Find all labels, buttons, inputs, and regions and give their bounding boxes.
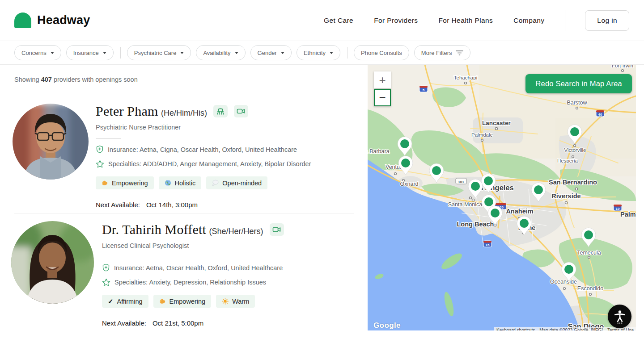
filter-divider xyxy=(347,47,347,59)
globe-icon xyxy=(165,180,171,186)
map-data-credit: Map data ©2023 Google, INEGI xyxy=(537,327,605,330)
top-nav: Headway Get Care For Providers For Healt… xyxy=(0,0,644,41)
insurance-text: Insurance: Aetna, Oscar Health, Oxford, … xyxy=(114,264,283,272)
tag-empowering: Empowering xyxy=(153,295,212,308)
filter-lines-icon xyxy=(456,50,463,56)
specialties-row: Specialties: ADD/ADHD, Anger Management,… xyxy=(96,160,311,168)
keyboard-shortcuts-link[interactable]: Keyboard shortcuts xyxy=(494,327,537,330)
filter-more-filters[interactable]: More Filters xyxy=(414,45,471,60)
svg-text:15: 15 xyxy=(486,243,490,247)
filter-label: Psychiatric Care xyxy=(134,50,177,56)
svg-text:Oxnard: Oxnard xyxy=(400,181,419,187)
redo-search-button[interactable]: Redo Search in Map Area xyxy=(525,74,632,93)
filter-concerns[interactable]: Concerns xyxy=(14,45,61,60)
provider-pronouns: (He/Him/His) xyxy=(161,109,207,117)
results-prefix: Showing xyxy=(14,76,41,83)
headway-logo-icon xyxy=(14,13,31,28)
nav-for-providers[interactable]: For Providers xyxy=(374,17,418,25)
headway-logo[interactable]: Headway xyxy=(14,13,90,28)
accessibility-button[interactable] xyxy=(608,305,631,328)
divider xyxy=(96,138,121,139)
svg-text:Santa Monica: Santa Monica xyxy=(448,201,482,208)
tag-label: Affirming xyxy=(117,298,143,305)
insurance-text: Insurance: Aetna, Cigna, Oscar Health, O… xyxy=(108,146,297,153)
svg-text:Anaheim: Anaheim xyxy=(506,208,533,215)
nav-get-care[interactable]: Get Care xyxy=(324,17,353,25)
next-available-row: Next Available: Oct 14th, 3:00pm xyxy=(96,201,311,209)
map-attribution: Keyboard shortcuts Map data ©2023 Google… xyxy=(494,327,636,330)
filter-psychiatric-care[interactable]: Psychiatric Care xyxy=(127,45,191,60)
nav-divider xyxy=(565,10,565,31)
svg-text:10: 10 xyxy=(616,207,620,211)
svg-text:Palm Springs: Palm Springs xyxy=(620,211,636,218)
provider-pronouns: (She/Her/Hers) xyxy=(209,227,263,236)
svg-text:Lancaster: Lancaster xyxy=(482,120,511,126)
tag-holistic: Holistic xyxy=(159,176,202,189)
check-mark-icon: ✓ xyxy=(108,297,114,305)
results-count-line: Showing 407 providers with openings soon xyxy=(14,76,138,83)
chevron-down-icon xyxy=(103,52,106,54)
provider-photo[interactable] xyxy=(11,221,94,304)
attribute-tags: ✓ Affirming Empowering xyxy=(102,295,284,308)
flex-arm-icon xyxy=(159,298,166,305)
map-canvas[interactable]: 5 40 15 10 605 101 Fort Irwin Tehachapi … xyxy=(368,65,636,330)
filter-ethnicity[interactable]: Ethnicity xyxy=(297,45,340,60)
svg-text:Tehachapi: Tehachapi xyxy=(454,75,477,80)
video-badge xyxy=(234,105,248,117)
star-icon xyxy=(102,278,110,286)
next-available-value: Oct 14th, 3:00pm xyxy=(146,201,198,209)
specialties-row: Specialties: Anxiety, Depression, Relati… xyxy=(102,278,284,286)
results-suffix: providers with openings soon xyxy=(52,76,138,83)
divider xyxy=(102,257,127,257)
filter-divider xyxy=(120,47,121,59)
nav-for-health-plans[interactable]: For Health Plans xyxy=(438,17,493,25)
sun-icon xyxy=(222,298,229,305)
filter-gender[interactable]: Gender xyxy=(250,45,292,60)
video-camera-icon xyxy=(236,107,246,115)
tag-label: Open-minded xyxy=(222,180,262,187)
svg-text:40: 40 xyxy=(598,113,602,117)
filter-label: Phone Consults xyxy=(361,50,402,56)
svg-text:Riverside: Riverside xyxy=(551,192,580,200)
specialties-text: Specialties: Anxiety, Depression, Relati… xyxy=(114,279,266,286)
shield-plus-icon xyxy=(96,145,104,154)
zoom-out-button[interactable]: − xyxy=(374,89,391,106)
provider-card[interactable]: Dr. Tahirih Moffett (She/Her/Hers) Licen… xyxy=(102,222,284,327)
svg-text:Temecula: Temecula xyxy=(577,250,601,256)
flex-arm-icon xyxy=(102,180,108,186)
filter-label: Insurance xyxy=(73,50,99,56)
tag-label: Empowering xyxy=(169,298,206,305)
google-logo[interactable]: Google xyxy=(373,321,401,330)
filter-insurance[interactable]: Insurance xyxy=(66,45,114,60)
video-camera-icon xyxy=(272,226,282,234)
filter-label: More Filters xyxy=(421,50,452,56)
next-available-row: Next Available: Oct 21st, 5:00pm xyxy=(102,319,284,327)
filter-availability[interactable]: Availability xyxy=(196,45,245,60)
next-available-label: Next Available: xyxy=(102,319,146,327)
filter-bar: Concerns Insurance Psychiatric Care Avai… xyxy=(0,41,644,65)
map-panel[interactable]: 5 40 15 10 605 101 Fort Irwin Tehachapi … xyxy=(368,65,636,330)
results-count: 407 xyxy=(41,76,52,83)
provider-photo[interactable] xyxy=(13,104,89,180)
zoom-in-button[interactable]: + xyxy=(374,71,391,88)
filter-label: Concerns xyxy=(21,50,47,56)
filter-phone-consults[interactable]: Phone Consults xyxy=(354,45,409,60)
tag-empowering: Empowering xyxy=(96,176,154,189)
svg-text:Hesperia: Hesperia xyxy=(557,158,578,163)
insurance-row: Insurance: Aetna, Cigna, Oscar Health, O… xyxy=(96,145,311,154)
nav-company[interactable]: Company xyxy=(513,17,544,25)
tag-warm: Warm xyxy=(216,295,255,308)
provider-name[interactable]: Dr. Tahirih Moffett xyxy=(102,222,206,237)
provider-title: Psychiatric Nurse Practitioner xyxy=(96,124,311,131)
brand-name: Headway xyxy=(37,13,90,27)
filter-label: Ethnicity xyxy=(304,50,326,56)
provider-card[interactable]: Peter Pham (He/Him/His) xyxy=(96,104,311,209)
chevron-down-icon xyxy=(51,52,54,54)
provider-list: Showing 407 providers with openings soon xyxy=(0,65,368,347)
provider-name[interactable]: Peter Pham xyxy=(96,104,158,118)
login-button[interactable]: Log in xyxy=(585,10,629,31)
shield-plus-icon xyxy=(102,263,110,272)
insurance-row: Insurance: Aetna, Oscar Health, Oxford, … xyxy=(102,263,284,272)
in-person-badge xyxy=(213,105,228,117)
chair-icon xyxy=(216,107,225,116)
